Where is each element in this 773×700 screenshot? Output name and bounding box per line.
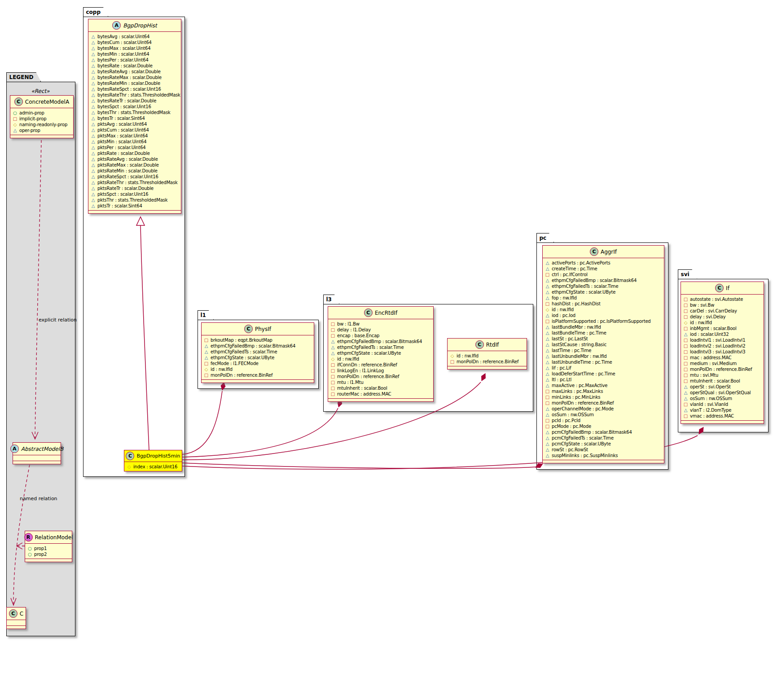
attr-text: loadDeferStartTime : pc.Time: [552, 371, 615, 377]
prop-type-icon: [330, 327, 335, 333]
attr-row: pktsRate : scalar.Double: [91, 150, 178, 156]
class-name: BgpDropHist5min: [136, 453, 180, 459]
prop-type-icon: [683, 390, 688, 396]
prop-type-icon: [91, 139, 96, 145]
attr-row: ethpmCfgFailedBmp : scalar.Bitmask64: [545, 277, 661, 283]
class-letter-icon: C: [126, 452, 134, 460]
attr-text: osSum : nw.OSSum: [552, 412, 594, 418]
class-title: C AggrIf: [543, 246, 664, 258]
prop-type-icon: [91, 162, 96, 168]
prop-type-icon: [330, 362, 335, 368]
methods-compartment: [681, 420, 764, 423]
attr-row: suspMinlinks : pc.SuspMinlinks: [545, 453, 661, 458]
attr-row: vmac : address.MAC: [683, 413, 761, 419]
attr-text: operChannelMode : pc.Mode: [552, 406, 614, 412]
attr-text: lastBundleMbr : nw.IfId: [552, 324, 601, 330]
attr-text: minLinks : pc.MinLinks: [552, 394, 600, 400]
prop-type-icon: [683, 320, 688, 326]
package-pc-tab: pc: [536, 233, 554, 242]
prop-type-icon: [683, 349, 688, 355]
prop-type-icon: [683, 326, 688, 331]
prop-type-icon: [545, 277, 550, 283]
attr-row: operStQual : svi.OperStQual: [683, 390, 761, 396]
prop-type-icon: [204, 337, 209, 343]
package-l3-tab: l3: [323, 295, 339, 304]
attr-row: operChannelMode : pc.Mode: [545, 406, 661, 412]
attr-row: ltl : pc.Ltl: [545, 377, 661, 383]
prop-type-icon: [545, 394, 550, 400]
prop-type-icon: [683, 413, 688, 419]
attr-text: pktsRateTr : scalar.Double: [97, 185, 154, 191]
prop-type-icon: [127, 464, 132, 470]
attr-row: bw : svi.Bw: [683, 302, 761, 308]
attr-row: maxLinks : pc.MaxLinks: [545, 388, 661, 394]
prop-type-icon: [683, 296, 688, 302]
abstract-letter-icon: A: [10, 445, 19, 453]
attr-text: bytesSpct : scalar.Uint16: [97, 104, 151, 110]
prop-type-icon: [683, 361, 688, 366]
attr-row: bw : l1.Bw: [330, 321, 430, 327]
attr-row: ifConnDn : reference.BinRef: [330, 362, 430, 368]
attr-text: ethpmCfgFailedBmp : scalar.Bitmask64: [211, 343, 295, 349]
attr-text: bytesRate : scalar.Double: [97, 63, 153, 69]
attr-row: id : nw.IfId: [545, 307, 661, 313]
prop-type-icon: [545, 435, 550, 441]
prop-type-icon: [545, 318, 550, 324]
named-relation-label: named relation: [20, 496, 57, 502]
prop-type-icon: [91, 69, 96, 75]
prop-type-icon: [330, 368, 335, 374]
class-name: RelationModel: [35, 534, 73, 541]
class-enc-rtd-if: C EncRtdIf bw : l1.Bwdelay : l1.Delayenc…: [328, 306, 434, 402]
prop-type-icon: [683, 355, 688, 361]
attr-row: activePorts : pc.ActivePorts: [545, 260, 661, 266]
attr-row: vlanId : svi.VlanId: [683, 401, 761, 407]
attr-text: loadIntvl2 : svi.LoadIntvl2: [690, 343, 745, 349]
methods-compartment: [543, 460, 664, 463]
prop-type-icon: [545, 383, 550, 388]
attr-text: ctrl : pc.IfControl: [552, 272, 588, 277]
attr-row: linkLogEn : l1.LinkLog: [330, 368, 430, 374]
attr-row: fop : nw.IfId: [545, 295, 661, 301]
class-name: AggrIf: [601, 249, 617, 255]
prop-type-icon: [204, 372, 209, 378]
prop-type-icon: [91, 115, 96, 121]
attr-text: maxActive : pc.MaxActive: [552, 383, 607, 388]
attr-text: ltl : pc.Ltl: [552, 377, 571, 383]
attr-row: bytesRate : scalar.Double: [91, 63, 178, 69]
attr-text: bytesAvg : scalar.Uint64: [97, 34, 149, 40]
methods-compartment: [10, 135, 73, 138]
attribute-list: bytesAvg : scalar.Uint64bytesCum : scala…: [88, 32, 181, 210]
prop-type-icon: [91, 40, 96, 45]
attr-row: pktsRateMin : scalar.Double: [91, 168, 178, 174]
prop-type-icon: [91, 110, 96, 115]
methods-compartment: [328, 398, 433, 401]
attr-text: bytesMax : scalar.Uint64: [97, 45, 150, 51]
attr-row: id : nw.IfId: [330, 356, 430, 362]
attr-text: ifConnDn : reference.BinRef: [337, 362, 397, 368]
attr-row: implicit-prop: [13, 116, 70, 122]
attr-row: isPlatformSupported : pc.IsPlatformSuppo…: [545, 318, 661, 324]
attr-row: lastBundleTime : pc.Time: [545, 330, 661, 336]
attr-text: pktsSpct : scalar.Uint16: [97, 191, 149, 197]
attr-row: inbMgmt : scalar.Bool: [683, 326, 761, 331]
attr-text: mtuInherit : scalar.Bool: [690, 378, 740, 384]
class-name: EncRtdIf: [375, 310, 397, 316]
attr-text: bw : svi.Bw: [690, 302, 714, 308]
attr-text: ethpmCfgState : scalar.UByte: [211, 355, 274, 361]
attr-text: loadIntvl3 : svi.LoadIntvl3: [690, 349, 745, 355]
prop-type-icon: [330, 339, 335, 344]
attr-text: bytesThr : stats.ThresholdedMask: [97, 110, 171, 115]
prop-type-icon: [330, 385, 335, 391]
attr-text: pcId : pc.PcId: [552, 418, 580, 423]
prop-type-icon: [545, 348, 550, 353]
prop-type-icon: [91, 133, 96, 139]
prop-type-icon: [683, 396, 688, 401]
prop-type-icon: [545, 453, 550, 458]
attr-row: fecMode : l1.FECMode: [204, 361, 311, 366]
explicit-relation-label: explicit relation: [39, 317, 77, 323]
attr-text: brkoutMap : eqpt.BrkoutMap: [211, 337, 272, 343]
attr-row: pktsCum : scalar.Uint64: [91, 127, 178, 133]
attr-row: medium : svi.Medium: [683, 361, 761, 366]
prop-type-icon: [545, 307, 550, 313]
prop-type-icon: [545, 342, 550, 348]
